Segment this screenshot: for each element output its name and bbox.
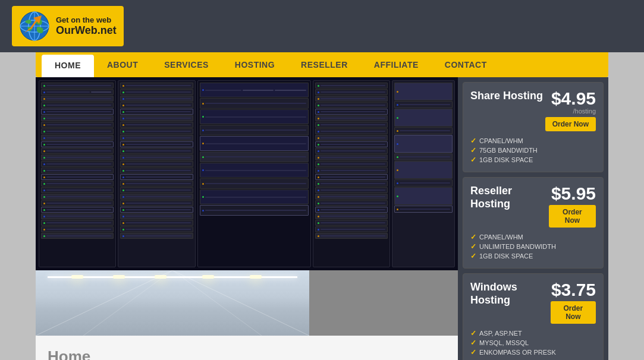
pricing-features-windows: ✓ASP, ASP.NET ✓MYSQL, MSSQL ✓ENKOMPASS O… xyxy=(470,329,596,357)
pricing-feature-reseller-1: ✓UNLIMITED BANDWIDTH xyxy=(470,242,596,251)
right-sidebar: Share Hosting $4.95 /hosting Order Now ✓… xyxy=(458,77,608,360)
pricing-title-reseller: Reseller Hosting xyxy=(470,185,549,210)
pricing-per-share: /hosting xyxy=(545,108,596,115)
order-btn-reseller[interactable]: Order Now xyxy=(549,205,596,228)
pricing-header-share: Share Hosting $4.95 /hosting Order Now xyxy=(470,90,596,131)
pricing-price-windows: $3.75 xyxy=(551,280,596,299)
office-image xyxy=(36,270,309,336)
pricing-feature-reseller-2: ✓1GB DISK SPACE xyxy=(470,251,596,261)
nav-item-services[interactable]: SERVICES xyxy=(151,52,222,77)
svg-line-7 xyxy=(83,270,172,336)
pricing-price-block-windows: $3.75 Order Now xyxy=(551,281,596,324)
pricing-title-share: Share Hosting xyxy=(470,90,543,103)
pricing-card-share: Share Hosting $4.95 /hosting Order Now ✓… xyxy=(463,82,604,172)
pricing-price-reseller: $5.95 xyxy=(551,184,596,203)
check-icon: ✓ xyxy=(470,252,476,260)
perspective-lines xyxy=(36,270,309,336)
pricing-features-reseller: ✓CPANEL/WHM ✓UNLIMITED BANDWIDTH ✓1GB DI… xyxy=(470,232,596,261)
nav-item-contact[interactable]: CONTACT xyxy=(432,52,500,77)
nav-item-home[interactable]: HOME xyxy=(42,55,94,77)
svg-line-8 xyxy=(172,270,262,336)
pricing-price-block-reseller: $5.95 Order Now xyxy=(549,185,596,228)
nav-item-reseller[interactable]: RESELLER xyxy=(288,52,361,77)
left-section: Home xyxy=(36,77,458,360)
logo-text: Get on the web OurWeb.net xyxy=(56,15,117,37)
pricing-features-share: ✓CPANEL/WHM ✓75GB BANDWIDTH ✓1GB DISK SP… xyxy=(470,136,596,165)
check-icon: ✓ xyxy=(470,348,476,356)
check-icon: ✓ xyxy=(470,146,476,154)
pricing-price-share: $4.95 xyxy=(551,89,596,108)
order-btn-windows[interactable]: Order Now xyxy=(551,301,596,324)
pricing-feature-share-1: ✓75GB BANDWIDTH xyxy=(470,146,596,155)
home-section: Home xyxy=(36,336,458,360)
nav-item-hosting[interactable]: HOSTING xyxy=(222,52,288,77)
pricing-feature-windows-1: ✓MYSQL, MSSQL xyxy=(470,338,596,348)
check-icon: ✓ xyxy=(470,339,476,347)
home-title: Home xyxy=(48,348,446,360)
pricing-header-reseller: Reseller Hosting $5.95 Order Now xyxy=(470,185,596,228)
svg-line-5 xyxy=(36,270,172,336)
pricing-title-windows: Windows Hosting xyxy=(470,281,551,307)
server-image xyxy=(36,77,458,270)
svg-line-6 xyxy=(172,270,309,336)
logo-tagline: Get on the web xyxy=(56,15,117,24)
lower-image-area xyxy=(36,270,458,336)
logo-box[interactable]: Get on the web OurWeb.net xyxy=(12,6,124,46)
check-icon: ✓ xyxy=(470,137,476,145)
pricing-feature-reseller-0: ✓CPANEL/WHM xyxy=(470,232,596,242)
logo-globe-icon xyxy=(19,11,50,42)
logo-name: OurWeb.net xyxy=(56,24,117,37)
check-icon: ✓ xyxy=(470,156,476,164)
pricing-feature-share-2: ✓1GB DISK SPACE xyxy=(470,155,596,165)
navigation: HOME ABOUT SERVICES HOSTING RESELLER AFF… xyxy=(36,52,608,77)
pricing-price-block-share: $4.95 /hosting Order Now xyxy=(545,90,596,131)
pricing-feature-windows-0: ✓ASP, ASP.NET xyxy=(470,329,596,338)
pricing-feature-share-0: ✓CPANEL/WHM xyxy=(470,136,596,146)
pricing-feature-windows-2: ✓ENKOMPASS OR PRESK xyxy=(470,348,596,357)
server-rack-visual xyxy=(36,77,458,270)
check-icon: ✓ xyxy=(470,242,476,251)
check-icon: ✓ xyxy=(470,233,476,241)
nav-item-affiliate[interactable]: AFFILIATE xyxy=(361,52,432,77)
nav-item-about[interactable]: ABOUT xyxy=(94,52,151,77)
header: Get on the web OurWeb.net xyxy=(0,0,644,52)
check-icon: ✓ xyxy=(470,329,476,337)
order-btn-share[interactable]: Order Now xyxy=(545,117,596,131)
pricing-card-reseller: Reseller Hosting $5.95 Order Now ✓CPANEL… xyxy=(463,177,604,269)
content-area: Home Share Hosting $4.95 /hosting Order … xyxy=(36,77,608,360)
pricing-card-windows: Windows Hosting $3.75 Order Now ✓ASP, AS… xyxy=(463,273,604,360)
grey-spacer xyxy=(309,270,458,336)
pricing-header-windows: Windows Hosting $3.75 Order Now xyxy=(470,281,596,324)
